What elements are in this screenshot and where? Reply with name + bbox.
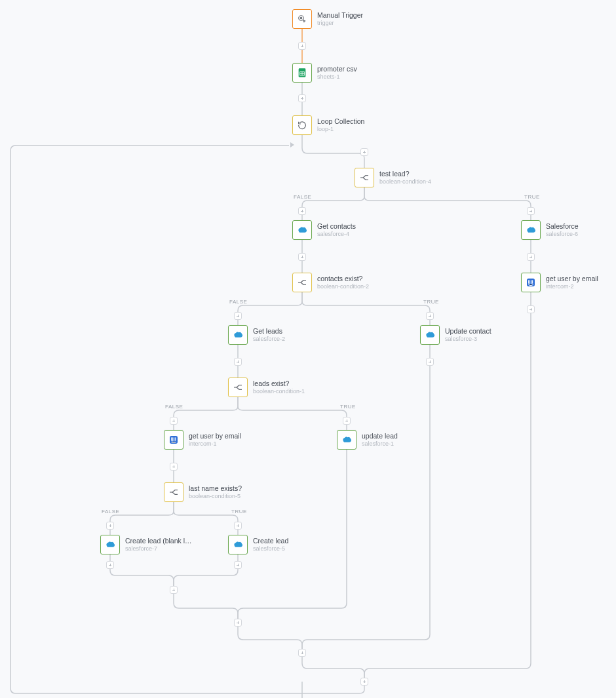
add-step-button[interactable] bbox=[426, 312, 434, 320]
node-sub: boolean-condition-1 bbox=[253, 388, 305, 395]
arrow-icon bbox=[290, 142, 294, 147]
node-title: Create lead bbox=[253, 537, 288, 545]
workflow-canvas[interactable]: FALSE TRUE FALSE TRUE FALSE TRUE FALSE T… bbox=[0, 0, 616, 698]
add-step-button[interactable] bbox=[527, 207, 535, 215]
branch-false-badge: FALSE bbox=[229, 299, 247, 305]
node-get-user-right[interactable]: get user by email intercom-2 bbox=[521, 273, 598, 292]
node-manual-trigger[interactable]: Manual Trigger trigger bbox=[292, 9, 363, 29]
branch-icon bbox=[292, 273, 312, 292]
add-step-button[interactable] bbox=[298, 94, 306, 102]
node-create-lead[interactable]: Create lead salesforce-5 bbox=[228, 535, 288, 554]
node-test-lead[interactable]: test lead? boolean-condition-4 bbox=[355, 168, 431, 187]
branch-true-badge: TRUE bbox=[524, 194, 540, 200]
add-step-button[interactable] bbox=[298, 649, 306, 657]
node-sub: trigger bbox=[317, 20, 363, 27]
node-sub: loop-1 bbox=[317, 126, 364, 133]
add-step-button[interactable] bbox=[170, 586, 178, 594]
node-loop-collection[interactable]: Loop Collection loop-1 bbox=[292, 115, 364, 135]
intercom-icon bbox=[521, 273, 541, 292]
node-last-name-exists[interactable]: last name exists? boolean-condition-5 bbox=[164, 482, 242, 502]
node-sub: salesforce-6 bbox=[546, 231, 579, 238]
branch-true-badge: TRUE bbox=[423, 299, 439, 305]
node-salesforce-right[interactable]: Salesforce salesforce-6 bbox=[521, 220, 579, 240]
add-step-button[interactable] bbox=[360, 148, 368, 156]
node-title: contacts exist? bbox=[317, 275, 369, 283]
node-title: Get contacts bbox=[317, 222, 356, 231]
branch-true-badge: TRUE bbox=[231, 509, 247, 514]
add-step-button[interactable] bbox=[298, 207, 306, 215]
add-step-button[interactable] bbox=[360, 678, 368, 686]
node-sub: salesforce-4 bbox=[317, 231, 356, 238]
node-title: test lead? bbox=[379, 170, 431, 178]
branch-true-badge: TRUE bbox=[340, 404, 356, 410]
node-sub: salesforce-2 bbox=[253, 336, 285, 343]
loop-icon bbox=[292, 115, 312, 135]
add-step-button[interactable] bbox=[106, 522, 114, 530]
node-title: Salesforce bbox=[546, 222, 579, 231]
branch-icon bbox=[228, 378, 248, 397]
add-step-button[interactable] bbox=[106, 561, 114, 569]
node-title: leads exist? bbox=[253, 379, 305, 388]
node-sub: sheets-1 bbox=[317, 73, 357, 81]
node-sub: boolean-condition-5 bbox=[189, 493, 242, 500]
add-step-button[interactable] bbox=[298, 42, 306, 50]
salesforce-icon bbox=[228, 535, 248, 554]
add-step-button[interactable] bbox=[527, 253, 535, 261]
node-get-contacts[interactable]: Get contacts salesforce-4 bbox=[292, 220, 356, 240]
node-title: Create lead (blank l… bbox=[125, 537, 192, 545]
branch-icon bbox=[355, 168, 374, 187]
node-contacts-exist[interactable]: contacts exist? boolean-condition-2 bbox=[292, 273, 369, 292]
node-sub: salesforce-5 bbox=[253, 545, 288, 553]
add-step-button[interactable] bbox=[298, 253, 306, 261]
add-step-button[interactable] bbox=[426, 358, 434, 366]
node-create-lead-blank[interactable]: Create lead (blank l… salesforce-7 bbox=[100, 535, 192, 554]
salesforce-icon bbox=[228, 325, 248, 345]
node-sub: intercom-1 bbox=[189, 440, 241, 448]
node-title: get user by email bbox=[189, 432, 241, 440]
node-update-lead[interactable]: update lead salesforce-1 bbox=[337, 430, 398, 450]
node-promoter-csv[interactable]: promoter csv sheets-1 bbox=[292, 63, 357, 83]
node-title: update lead bbox=[362, 432, 398, 440]
node-title: Manual Trigger bbox=[317, 11, 363, 20]
node-title: Loop Collection bbox=[317, 117, 364, 126]
branch-false-badge: FALSE bbox=[165, 404, 183, 410]
salesforce-icon bbox=[521, 220, 541, 240]
branch-icon bbox=[164, 482, 183, 502]
click-icon bbox=[292, 9, 312, 29]
node-title: Get leads bbox=[253, 327, 285, 336]
svg-point-1 bbox=[300, 17, 301, 18]
node-leads-exist[interactable]: leads exist? boolean-condition-1 bbox=[228, 378, 305, 397]
node-sub: salesforce-7 bbox=[125, 545, 192, 553]
edges bbox=[0, 0, 616, 698]
salesforce-icon bbox=[420, 325, 440, 345]
add-step-button[interactable] bbox=[170, 463, 178, 471]
node-sub: salesforce-1 bbox=[362, 440, 398, 448]
node-sub: boolean-condition-2 bbox=[317, 283, 369, 290]
node-sub: salesforce-3 bbox=[445, 336, 491, 343]
salesforce-icon bbox=[337, 430, 356, 450]
node-get-user-left[interactable]: get user by email intercom-1 bbox=[164, 430, 241, 450]
node-title: promoter csv bbox=[317, 65, 357, 73]
salesforce-icon bbox=[100, 535, 120, 554]
salesforce-icon bbox=[292, 220, 312, 240]
branch-false-badge: FALSE bbox=[102, 509, 119, 514]
node-sub: intercom-2 bbox=[546, 283, 598, 290]
sheets-icon bbox=[292, 63, 312, 83]
node-update-contact[interactable]: Update contact salesforce-3 bbox=[420, 325, 491, 345]
node-title: get user by email bbox=[546, 275, 598, 283]
node-title: last name exists? bbox=[189, 484, 242, 493]
add-step-button[interactable] bbox=[234, 561, 242, 569]
add-step-button[interactable] bbox=[234, 619, 242, 627]
add-step-button[interactable] bbox=[234, 522, 242, 530]
node-sub: boolean-condition-4 bbox=[379, 178, 431, 185]
add-step-button[interactable] bbox=[527, 305, 535, 313]
add-step-button[interactable] bbox=[234, 312, 242, 320]
intercom-icon bbox=[164, 430, 183, 450]
branch-false-badge: FALSE bbox=[294, 194, 311, 200]
add-step-button[interactable] bbox=[170, 417, 178, 425]
node-get-leads[interactable]: Get leads salesforce-2 bbox=[228, 325, 285, 345]
add-step-button[interactable] bbox=[234, 358, 242, 366]
add-step-button[interactable] bbox=[343, 417, 351, 425]
node-title: Update contact bbox=[445, 327, 491, 336]
